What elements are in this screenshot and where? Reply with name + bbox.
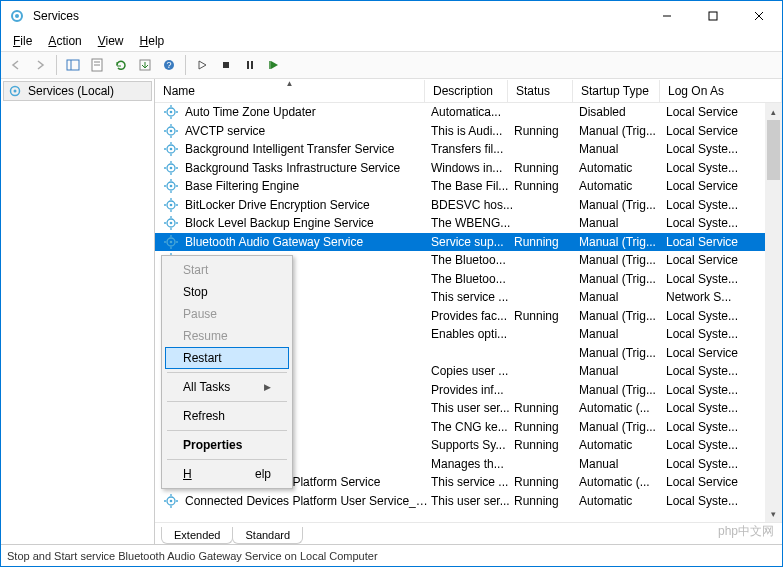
service-description: This user ser... [431, 401, 514, 415]
service-startup: Manual (Trig... [579, 198, 666, 212]
tab-standard[interactable]: Standard [232, 527, 303, 544]
service-row[interactable]: Bluetooth Audio Gateway ServiceService s… [155, 233, 782, 252]
service-name: Block Level Backup Engine Service [185, 216, 431, 230]
forward-button[interactable] [29, 54, 51, 76]
service-row[interactable]: Base Filtering EngineThe Base Fil...Runn… [155, 177, 782, 196]
gear-icon [163, 123, 179, 139]
service-startup: Manual [579, 290, 666, 304]
service-startup: Manual [579, 142, 666, 156]
service-row[interactable]: Connected Devices Platform User Service_… [155, 492, 782, 511]
service-startup: Automatic [579, 179, 666, 193]
ctx-refresh[interactable]: Refresh [165, 405, 289, 427]
service-description: Enables opti... [431, 327, 514, 341]
ctx-resume: Resume [165, 325, 289, 347]
ctx-stop[interactable]: Stop [165, 281, 289, 303]
service-startup: Manual (Trig... [579, 253, 666, 267]
ctx-properties[interactable]: Properties [165, 434, 289, 456]
column-header-status[interactable]: Status [508, 80, 573, 102]
submenu-arrow-icon: ▶ [264, 382, 271, 392]
service-name: Bluetooth Audio Gateway Service [185, 235, 431, 249]
scroll-thumb[interactable] [767, 120, 780, 180]
service-name: Auto Time Zone Updater [185, 105, 431, 119]
refresh-button[interactable] [110, 54, 132, 76]
gear-icon [163, 160, 179, 176]
service-description: This service ... [431, 290, 514, 304]
menu-view[interactable]: View [90, 32, 132, 50]
status-text: Stop and Start service Bluetooth Audio G… [7, 550, 378, 562]
restart-service-button[interactable] [263, 54, 285, 76]
service-status: Running [514, 438, 579, 452]
service-startup: Manual [579, 364, 666, 378]
vertical-scrollbar[interactable]: ▴ ▾ [765, 103, 782, 522]
view-tabs: Extended Standard [155, 522, 782, 544]
ctx-start: Start [165, 259, 289, 281]
service-row[interactable]: Block Level Backup Engine ServiceThe WBE… [155, 214, 782, 233]
gear-icon [163, 493, 179, 509]
service-name: BitLocker Drive Encryption Service [185, 198, 431, 212]
column-header-description[interactable]: Description [425, 80, 508, 102]
service-description: This service ... [431, 475, 514, 489]
watermark: php中文网 [718, 523, 774, 540]
gear-icon [163, 197, 179, 213]
ctx-restart[interactable]: Restart [165, 347, 289, 369]
help-button[interactable]: ? [158, 54, 180, 76]
svg-point-27 [170, 129, 173, 132]
service-description: The CNG ke... [431, 420, 514, 434]
tree-node-label: Services (Local) [28, 84, 114, 98]
ctx-help[interactable]: Help [165, 463, 289, 485]
service-row[interactable]: BitLocker Drive Encryption ServiceBDESVC… [155, 196, 782, 215]
menu-help[interactable]: Help [132, 32, 173, 50]
menu-action[interactable]: Action [40, 32, 89, 50]
column-header-logon[interactable]: Log On As [660, 80, 782, 102]
service-description: Manages th... [431, 457, 514, 471]
service-row[interactable]: Background Tasks Infrastructure ServiceW… [155, 159, 782, 178]
service-row[interactable]: AVCTP serviceThis is Audi...RunningManua… [155, 122, 782, 141]
column-headers: Name▲ Description Status Startup Type Lo… [155, 79, 782, 103]
sort-ascending-icon: ▲ [286, 79, 294, 88]
scroll-down-button[interactable]: ▾ [765, 505, 782, 522]
body: Services (Local) Name▲ Description Statu… [1, 79, 782, 544]
ctx-all-tasks[interactable]: All Tasks▶ [165, 376, 289, 398]
toolbar: ? [1, 51, 782, 79]
menu-file[interactable]: File [5, 32, 40, 50]
service-row[interactable]: Background Intelligent Transfer ServiceT… [155, 140, 782, 159]
service-description: Automatica... [431, 105, 514, 119]
service-startup: Manual (Trig... [579, 309, 666, 323]
column-header-startup[interactable]: Startup Type [573, 80, 660, 102]
service-description: The WBENG... [431, 216, 514, 230]
menubar: File Action View Help [1, 31, 782, 51]
gear-icon [163, 178, 179, 194]
maximize-button[interactable] [690, 1, 736, 31]
svg-point-21 [170, 111, 173, 114]
service-name: AVCTP service [185, 124, 431, 138]
svg-point-33 [170, 148, 173, 151]
service-startup: Disabled [579, 105, 666, 119]
stop-service-button[interactable] [215, 54, 237, 76]
minimize-button[interactable] [644, 1, 690, 31]
close-button[interactable] [736, 1, 782, 31]
statusbar: Stop and Start service Bluetooth Audio G… [1, 544, 782, 566]
service-row[interactable]: Auto Time Zone UpdaterAutomatica...Disab… [155, 103, 782, 122]
service-startup: Automatic (... [579, 475, 666, 489]
back-button[interactable] [5, 54, 27, 76]
svg-point-51 [170, 203, 173, 206]
pause-service-button[interactable] [239, 54, 261, 76]
context-menu: Start Stop Pause Resume Restart All Task… [161, 255, 293, 489]
gear-icon [163, 215, 179, 231]
service-startup: Manual [579, 327, 666, 341]
service-status: Running [514, 309, 579, 323]
titlebar: Services [1, 1, 782, 31]
service-description: The Bluetoo... [431, 272, 514, 286]
properties-button[interactable] [86, 54, 108, 76]
column-header-name[interactable]: Name▲ [155, 80, 425, 102]
show-hide-tree-button[interactable] [62, 54, 84, 76]
service-name: Base Filtering Engine [185, 179, 431, 193]
tab-extended[interactable]: Extended [161, 527, 233, 544]
scroll-up-button[interactable]: ▴ [765, 103, 782, 120]
start-service-button[interactable] [191, 54, 213, 76]
tree-node-services-local[interactable]: Services (Local) [3, 81, 152, 101]
service-description: Provides inf... [431, 383, 514, 397]
svg-rect-15 [247, 61, 249, 69]
export-button[interactable] [134, 54, 156, 76]
service-startup: Automatic (... [579, 401, 666, 415]
